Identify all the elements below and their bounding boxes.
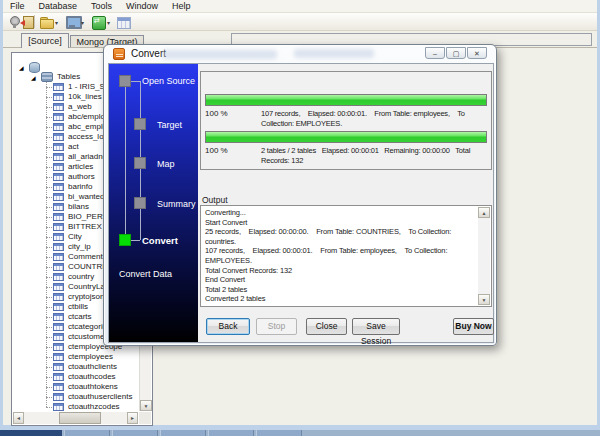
- scroll-right-icon[interactable]: ►: [127, 412, 138, 424]
- table-icon: [53, 293, 64, 301]
- table-icon: [53, 143, 64, 151]
- convert-data-label: Convert Data: [119, 269, 172, 279]
- tree-item[interactable]: ctoauthclients: [13, 362, 138, 372]
- tree-item[interactable]: ctoauthuserclients: [13, 392, 138, 402]
- convert-dialog: Convert –▢✕ Open Source Target Map Summa…: [103, 44, 497, 346]
- taskbar-button[interactable]: [112, 430, 158, 436]
- table-icon: [53, 333, 64, 341]
- tree-item[interactable]: ctoauthtokens: [13, 382, 138, 392]
- output-line: Start Convert: [205, 218, 475, 228]
- close-button[interactable]: ✕: [467, 47, 487, 59]
- menu-item[interactable]: Tools: [84, 0, 119, 13]
- table-icon: [53, 263, 64, 271]
- tables-label: Tables: [57, 72, 80, 82]
- close-button[interactable]: Close: [306, 318, 347, 335]
- taskbar-start-area[interactable]: [0, 430, 62, 436]
- tree-item[interactable]: ctoauthzcodes: [13, 402, 138, 411]
- dialog-title: Convert: [131, 48, 166, 59]
- convert-green-icon[interactable]: [91, 15, 106, 29]
- scrollbar-corner: [139, 412, 151, 424]
- table-icon: [53, 133, 64, 141]
- table-icon: [53, 363, 64, 371]
- tab-source[interactable]: [Source]: [21, 33, 69, 48]
- scroll-down-icon[interactable]: ▼: [140, 400, 152, 411]
- step-convert: Convert: [142, 235, 178, 246]
- table-icon: [53, 323, 64, 331]
- tree-item[interactable]: ctemployees: [13, 352, 138, 362]
- dialog-client-area: Open Source Target Map Summary Convert C…: [108, 63, 494, 343]
- taskbar-button[interactable]: [208, 430, 254, 436]
- taskbar-button[interactable]: [256, 430, 302, 436]
- total-progress-bar: [205, 131, 487, 143]
- chevron-down-icon[interactable]: ▾: [55, 19, 58, 26]
- save-session-button[interactable]: Save Session: [352, 318, 400, 335]
- back-button[interactable]: Back: [206, 318, 250, 335]
- tables-folder-icon: [41, 72, 53, 82]
- chevron-down-icon[interactable]: ▾: [81, 19, 84, 26]
- table-icon: [53, 193, 64, 201]
- buy-now-button[interactable]: Buy Now: [453, 318, 494, 335]
- table-icon: [53, 213, 64, 221]
- table-progress-bar: [205, 94, 487, 106]
- menu-item[interactable]: Help: [165, 0, 198, 13]
- open-folder-icon[interactable]: [39, 15, 54, 29]
- table-icon: [53, 183, 64, 191]
- table-icon: [53, 103, 64, 111]
- stop-button[interactable]: Stop: [256, 318, 297, 335]
- tree-item[interactable]: ctoauthcodes: [13, 372, 138, 382]
- table-grid-icon: [116, 15, 131, 29]
- table-icon: [53, 223, 64, 231]
- table-icon: [53, 343, 64, 351]
- toolbar: ▾ ▾ ▾: [3, 13, 597, 31]
- step-marker-summary: [134, 197, 146, 209]
- table-icon: [53, 163, 64, 171]
- table-icon: [53, 253, 64, 261]
- table-icon: [53, 93, 64, 101]
- table-progress-text: 107 records, Elapsed: 00:00:01. From Tab…: [261, 109, 489, 128]
- disconnect-icon[interactable]: [20, 15, 35, 29]
- step-summary: Summary: [157, 199, 196, 209]
- table-icon: [53, 123, 64, 131]
- output-line: 107 records, Elapsed: 00:00:01. From Tab…: [205, 246, 475, 265]
- progress-panel: 100 % 107 records, Elapsed: 00:00:01. Fr…: [200, 71, 492, 170]
- total-progress-percent: 100 %: [205, 146, 228, 155]
- chevron-down-icon[interactable]: ▾: [107, 19, 110, 26]
- table-icon: [53, 353, 64, 361]
- taskbar-button[interactable]: [160, 430, 206, 436]
- minimize-button[interactable]: –: [425, 47, 445, 59]
- table-icon: [53, 273, 64, 281]
- step-open-source: Open Source: [142, 76, 195, 86]
- taskbar: [0, 430, 600, 436]
- table-icon: [53, 283, 64, 291]
- table-icon: [53, 113, 64, 121]
- output-line: Converted 2 tables: [205, 294, 475, 304]
- scrollbar-thumb[interactable]: [59, 412, 101, 424]
- step-map: Map: [157, 159, 175, 169]
- menu-item[interactable]: Database: [32, 0, 85, 13]
- scroll-up-icon[interactable]: ▲: [478, 207, 490, 218]
- output-scrollbar[interactable]: ▲ ▼: [478, 207, 490, 305]
- scroll-left-icon[interactable]: ◄: [13, 412, 24, 424]
- output-textarea[interactable]: Converting...Start Convert25 records, El…: [200, 205, 492, 307]
- table-icon: [53, 313, 64, 321]
- table-icon: [53, 303, 64, 311]
- output-line: 25 records, Elapsed: 00:00:00. From Tabl…: [205, 227, 475, 246]
- table-icon: [53, 83, 64, 91]
- step-marker-target: [134, 118, 146, 130]
- menu-item[interactable]: Window: [119, 0, 165, 13]
- table-icon: [53, 153, 64, 161]
- table-progress-percent: 100 %: [205, 109, 228, 118]
- table-icon: [53, 383, 64, 391]
- menu-item[interactable]: File: [3, 0, 32, 13]
- step-marker-open-source: [119, 75, 131, 87]
- scroll-down-icon[interactable]: ▼: [478, 294, 490, 305]
- output-label: Output: [202, 195, 228, 205]
- maximize-button[interactable]: ▢: [446, 47, 466, 59]
- step-connector-line: [125, 87, 126, 234]
- menu-bar: FileDatabaseToolsWindowHelp: [3, 0, 597, 13]
- table-icon: [53, 203, 64, 211]
- taskbar-button[interactable]: [64, 430, 110, 436]
- tree-horizontal-scrollbar[interactable]: ◄ ►: [13, 412, 138, 424]
- dialog-title-bar[interactable]: Convert –▢✕: [104, 45, 496, 63]
- export-monitor-icon[interactable]: [65, 15, 80, 29]
